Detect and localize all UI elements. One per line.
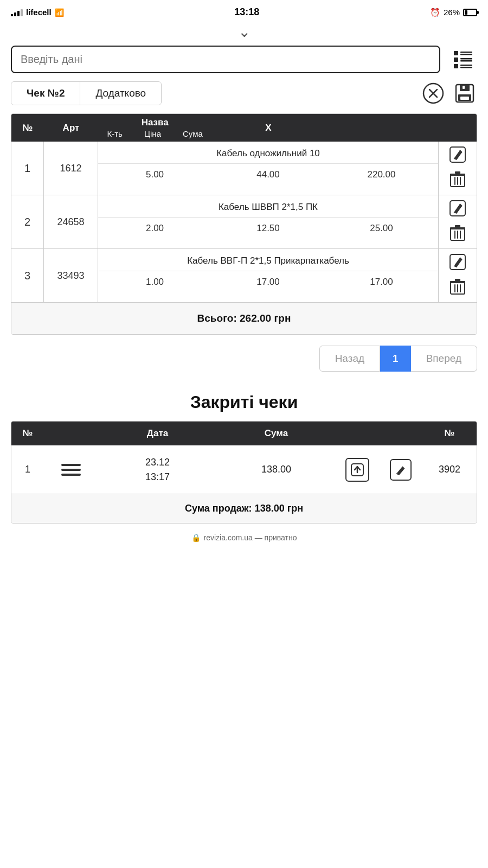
item-values-2: 2.00 12.50 25.00 — [98, 218, 438, 239]
edit-pencil-icon — [395, 464, 407, 476]
hamburger-line-1 — [61, 464, 81, 466]
item-price-2: 12.50 — [211, 223, 325, 234]
tab-check[interactable]: Чек №2 — [11, 82, 80, 105]
th-art: Арт — [44, 117, 98, 139]
footer-text: revizia.com.ua — приватно — [204, 533, 297, 542]
svg-rect-3 — [454, 58, 458, 62]
edit-icon-2 — [449, 200, 466, 217]
trash-icon-1 — [450, 170, 466, 188]
svg-rect-4 — [460, 58, 472, 60]
battery-icon — [463, 9, 477, 16]
edit-icon-3 — [449, 253, 466, 271]
signal-bar-4 — [21, 9, 23, 16]
edit-button-3[interactable] — [449, 253, 466, 273]
item-values-1: 5.00 44.00 220.00 — [98, 164, 438, 186]
edit-icon-1 — [449, 146, 466, 163]
item-actions-2 — [439, 195, 477, 248]
svg-rect-36 — [450, 281, 465, 283]
footer: 🔒 revizia.com.ua — приватно — [0, 524, 488, 552]
closed-th-upload — [336, 427, 379, 440]
svg-rect-21 — [455, 171, 460, 174]
closed-menu-1[interactable] — [44, 457, 98, 482]
closed-edit-icon[interactable] — [390, 459, 412, 481]
closed-num-1: 1 — [11, 457, 44, 482]
item-num-1: 1 — [11, 142, 44, 195]
svg-rect-5 — [460, 60, 472, 62]
pagination: Назад 1 Вперед — [0, 335, 488, 377]
delete-button-3[interactable] — [450, 278, 466, 298]
closed-upload-1[interactable] — [336, 451, 379, 488]
close-button[interactable] — [421, 81, 446, 106]
closed-date-day: 23.12 — [145, 455, 170, 470]
item-details-2: Кабель ШВВП 2*1,5 ПК 2.00 12.50 25.00 — [98, 195, 439, 248]
closed-receipt-num-1: 3902 — [422, 457, 477, 482]
search-input[interactable] — [21, 53, 431, 66]
status-left: lifecell 📶 — [11, 8, 64, 17]
battery-pct: 26% — [444, 8, 460, 17]
th-del: X — [211, 117, 325, 139]
battery-fill — [465, 10, 467, 15]
item-price-3: 17.00 — [211, 277, 325, 288]
closed-th-edit — [379, 427, 422, 440]
th-sum: Сума — [183, 129, 203, 138]
item-sum-1: 220.00 — [325, 169, 438, 180]
edit-button-2[interactable] — [449, 200, 466, 220]
upload-icon[interactable] — [345, 458, 369, 482]
upload-arrow-icon — [350, 463, 364, 477]
item-name-1: Кабель одножильний 10 — [98, 142, 438, 164]
svg-rect-15 — [460, 97, 469, 100]
list-icon-svg — [452, 48, 474, 71]
svg-rect-7 — [460, 65, 472, 66]
tab-additional[interactable]: Додатково — [80, 82, 161, 105]
closed-th-sum: Сума — [217, 422, 336, 445]
prev-page-button[interactable]: Назад — [319, 346, 380, 372]
item-price-1: 44.00 — [211, 169, 325, 180]
hamburger-line-3 — [61, 474, 81, 476]
item-art-2: 24658 — [44, 195, 98, 248]
signal-bar-2 — [14, 12, 16, 16]
lock-icon: 🔒 — [191, 533, 201, 542]
closed-table-header: № Дата Сума № — [11, 422, 477, 445]
carrier-label: lifecell — [26, 8, 52, 17]
tab-group: Чек №2 Додатково — [11, 81, 162, 105]
item-values-3: 1.00 17.00 17.00 — [98, 271, 438, 293]
trash-icon-2 — [450, 224, 466, 241]
closed-sum-1: 138.00 — [217, 457, 336, 482]
svg-rect-8 — [460, 67, 472, 68]
item-actions-3 — [439, 249, 477, 302]
item-num-2: 2 — [11, 195, 44, 248]
trash-icon-3 — [450, 278, 466, 295]
close-circle-icon — [422, 82, 444, 104]
collapse-bar[interactable]: ⌄ — [0, 22, 488, 45]
svg-rect-0 — [454, 51, 458, 55]
svg-rect-2 — [460, 54, 472, 55]
item-actions-1 — [439, 142, 477, 195]
delete-button-2[interactable] — [450, 224, 466, 244]
item-sum-3: 17.00 — [325, 277, 438, 288]
delete-button-1[interactable] — [450, 170, 466, 190]
status-bar: lifecell 📶 13:18 ⏰ 26% — [0, 0, 488, 22]
closed-edit-1[interactable] — [379, 452, 422, 487]
svg-rect-6 — [454, 64, 458, 68]
list-icon-button[interactable] — [449, 45, 477, 73]
closed-table-row: 1 23.12 13:17 138.00 — [11, 445, 477, 494]
wifi-icon: 📶 — [55, 8, 64, 17]
save-button[interactable] — [452, 81, 477, 106]
table-row: 2 24658 Кабель ШВВП 2*1,5 ПК 2.00 12.50 … — [11, 195, 477, 249]
search-wrap[interactable] — [11, 46, 440, 73]
closed-date-time: 13:17 — [145, 470, 170, 484]
status-time: 13:18 — [234, 7, 259, 18]
item-art-3: 33493 — [44, 249, 98, 302]
th-qty: К-ть — [107, 129, 123, 138]
closed-table: № Дата Сума № 1 23.12 13:17 138.00 — [11, 421, 477, 524]
top-bar — [0, 45, 488, 81]
item-sum-2: 25.00 — [325, 223, 438, 234]
chevron-down-icon[interactable]: ⌄ — [238, 24, 251, 40]
table-header: № Арт Назва К-ть Ціна Сума X — [11, 114, 477, 142]
svg-rect-28 — [450, 227, 465, 229]
item-num-3: 3 — [11, 249, 44, 302]
item-name-2: Кабель ШВВП 2*1,5 ПК — [98, 195, 438, 218]
edit-button-1[interactable] — [449, 146, 466, 166]
hamburger-line-2 — [61, 469, 81, 471]
next-page-button[interactable]: Вперед — [411, 346, 477, 372]
